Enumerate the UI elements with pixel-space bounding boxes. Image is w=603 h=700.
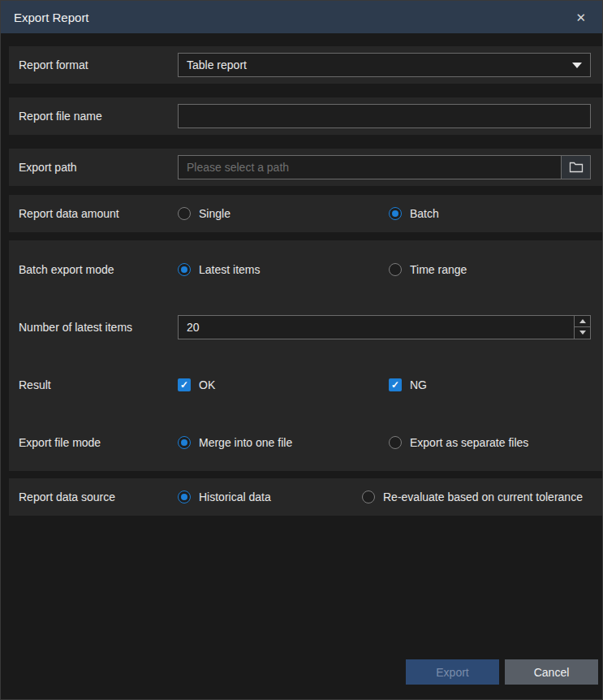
radio-merge-label: Merge into one file xyxy=(199,436,292,449)
report-format-label: Report format xyxy=(19,58,178,71)
close-icon[interactable]: ✕ xyxy=(572,10,589,25)
checkbox-checked-icon: ✓ xyxy=(178,378,191,391)
checkbox-ng-label: NG xyxy=(410,378,427,391)
number-of-latest-items-input[interactable] xyxy=(179,316,574,339)
radio-single[interactable]: Single xyxy=(178,207,389,220)
radio-icon xyxy=(178,207,191,220)
dialog-title: Export Report xyxy=(14,11,89,24)
report-file-name-input[interactable] xyxy=(179,105,590,127)
radio-icon xyxy=(389,436,402,449)
report-format-value: Table report xyxy=(187,58,247,71)
result-row: Result ✓ OK ✓ NG xyxy=(9,356,602,413)
result-label: Result xyxy=(19,378,178,391)
radio-reevaluate[interactable]: Re-evaluate based on current tolerance xyxy=(362,490,583,503)
spinner-up-icon xyxy=(579,319,586,323)
radio-historical-data[interactable]: Historical data xyxy=(178,490,362,503)
number-of-latest-items-label: Number of latest items xyxy=(19,321,178,334)
radio-checked-icon xyxy=(389,207,402,220)
radio-export-separate-files[interactable]: Export as separate files xyxy=(389,436,528,449)
radio-latest-items-label: Latest items xyxy=(199,263,260,276)
radio-separate-label: Export as separate files xyxy=(410,436,528,449)
radio-latest-items[interactable]: Latest items xyxy=(178,263,389,276)
radio-checked-icon xyxy=(178,490,191,503)
report-data-amount-label: Report data amount xyxy=(19,207,178,220)
radio-time-range[interactable]: Time range xyxy=(389,263,467,276)
chevron-down-icon xyxy=(572,63,582,68)
report-file-name-label: Report file name xyxy=(19,110,178,123)
export-path-input[interactable] xyxy=(179,156,561,179)
report-file-name-row: Report file name xyxy=(9,97,602,135)
spinner-down-button[interactable] xyxy=(575,327,590,339)
radio-single-label: Single xyxy=(199,207,230,220)
radio-icon xyxy=(362,490,375,503)
dialog-footer: Export Cancel xyxy=(406,659,598,685)
radio-icon xyxy=(389,263,402,276)
radio-batch-label: Batch xyxy=(410,207,439,220)
radio-batch[interactable]: Batch xyxy=(389,207,439,220)
dialog-content: Report format Table report Report file n… xyxy=(1,33,602,516)
radio-merge-into-one-file[interactable]: Merge into one file xyxy=(178,436,389,449)
radio-time-range-label: Time range xyxy=(410,263,467,276)
checkbox-ok-label: OK xyxy=(199,378,215,391)
number-spinner xyxy=(574,316,590,339)
radio-checked-icon xyxy=(178,436,191,449)
folder-icon xyxy=(569,161,584,174)
report-format-dropdown[interactable]: Table report xyxy=(178,53,591,77)
batch-settings-panel: Batch export mode Latest items Time rang… xyxy=(9,240,602,471)
checkbox-checked-icon: ✓ xyxy=(389,378,402,391)
browse-path-button[interactable] xyxy=(561,156,590,179)
export-path-label: Export path xyxy=(19,161,178,174)
cancel-button[interactable]: Cancel xyxy=(505,659,598,685)
report-data-source-row: Report data source Historical data Re-ev… xyxy=(9,478,602,516)
export-path-row: Export path xyxy=(9,149,602,186)
radio-checked-icon xyxy=(178,263,191,276)
checkbox-ok[interactable]: ✓ OK xyxy=(178,378,389,391)
spinner-up-button[interactable] xyxy=(575,316,590,328)
dialog-titlebar: Export Report ✕ xyxy=(1,1,602,33)
export-file-mode-row: Export file mode Merge into one file Exp… xyxy=(9,413,602,471)
spinner-down-icon xyxy=(579,331,586,335)
export-file-mode-label: Export file mode xyxy=(19,436,178,449)
radio-historical-data-label: Historical data xyxy=(199,490,271,503)
report-data-amount-row: Report data amount Single Batch xyxy=(9,195,602,232)
number-of-latest-items-row: Number of latest items xyxy=(9,298,602,356)
batch-export-mode-label: Batch export mode xyxy=(19,263,178,276)
report-data-source-label: Report data source xyxy=(19,490,178,503)
export-button[interactable]: Export xyxy=(406,659,499,685)
report-format-row: Report format Table report xyxy=(9,46,602,84)
radio-reevaluate-label: Re-evaluate based on current tolerance xyxy=(383,490,583,503)
checkbox-ng[interactable]: ✓ NG xyxy=(389,378,427,391)
batch-export-mode-row: Batch export mode Latest items Time rang… xyxy=(9,240,602,298)
